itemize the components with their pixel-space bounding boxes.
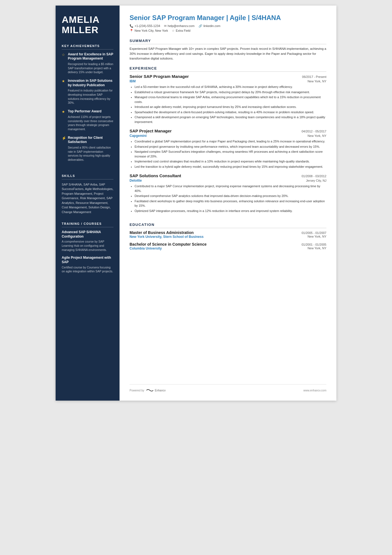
bullet-item: Established a robust governance framewor… (135, 90, 326, 95)
bullet-item: Spearheaded the development of a client-… (135, 110, 326, 115)
main-content: Senior SAP Program Manager | Agile | S/4… (120, 6, 336, 401)
skills-section: SKILLS SAP S/4HANA, SAP Ariba, SAP Succe… (62, 174, 113, 214)
phone-text: +1-(234)-555-1234 (135, 24, 160, 28)
main-header: Senior SAP Program Manager | Agile | S/4… (130, 14, 326, 34)
exp-dates: 01/2008 - 03/2012 (302, 174, 326, 178)
footer-left: Powered by Enhancv (130, 388, 166, 392)
edu-dates: 01/2001 - 01/2005 (302, 243, 326, 246)
exp-sub: Deloitte Jersey City, NJ (130, 179, 326, 182)
edu-sub: New York University, Stern School of Bus… (130, 235, 326, 239)
summary-text: Experienced SAP Program Manager with 10+… (130, 46, 326, 61)
achievement-desc: Featured in industry publication for dev… (62, 88, 113, 105)
experience-item: Senior SAP Program Manager 06/2017 - Pre… (130, 74, 326, 124)
exp-title: SAP Project Manager (130, 129, 172, 133)
experience-section: EXPERIENCE Senior SAP Program Manager 06… (130, 66, 326, 218)
location-contact: 📍 New York City, New York (130, 29, 168, 33)
achievement-header: ⚡ Recognition for Client Satisfaction (62, 136, 113, 144)
experience-item: SAP Project Manager 04/2012 - 05/2017 Ca… (130, 129, 326, 169)
exp-company: Deloitte (130, 179, 142, 182)
enhancv-logo-icon (146, 388, 154, 392)
link-icon: 🔗 (199, 24, 202, 28)
achievement-desc: Recognized for leading a $5 million SAP … (62, 62, 113, 74)
star-outline-icon: ☆ (172, 29, 175, 33)
training-title: TRAINING / COURSES (62, 222, 113, 227)
exp-company: Capgemini (130, 134, 147, 138)
exp-location: New York, NY (307, 80, 326, 83)
exp-title: Senior SAP Program Manager (130, 74, 189, 79)
training-item: Advanced SAP S/4HANA Configuration A com… (62, 230, 113, 252)
last-name: MILLER (62, 25, 113, 35)
training-course-desc: Certified course by Coursera focusing on… (62, 265, 113, 273)
extra-text: Extra Field (176, 29, 190, 32)
exp-bullets: Contributed to a major SAP Concur implem… (130, 184, 326, 213)
exp-location: New York, NY (307, 134, 326, 137)
first-name: AMELIA (62, 14, 113, 25)
star-filled-icon: ★ (62, 79, 66, 83)
achievement-title: Innovation in SAP Solutions by Industry … (68, 79, 113, 87)
bullet-item: Contributed to a major SAP Concur implem… (135, 184, 326, 193)
achievement-item: ★ Innovation in SAP Solutions by Industr… (62, 79, 113, 105)
bullet-item: Implemented cost control strategies that… (135, 159, 326, 164)
contact-line: 📞 +1-(234)-555-1234 ✉ help@enhancv.com 🔗… (130, 24, 326, 28)
star-outline-icon: ☆ (62, 53, 66, 57)
bullet-item: Navigated complex SAP SuccessFactors int… (135, 149, 326, 159)
summary-section-title: SUMMARY (130, 39, 326, 44)
star-filled-icon: ★ (62, 110, 66, 114)
skills-title: SKILLS (62, 174, 113, 179)
bullet-item: Coordinated a global SAP implementation … (135, 139, 326, 144)
achievements-title: KEY ACHIEVEMENTS (62, 44, 113, 50)
edu-degree: Bachelor of Science in Computer Science (130, 242, 207, 246)
edu-sub: Columbia University New York, NY (130, 246, 326, 250)
education-item: Bachelor of Science in Computer Science … (130, 242, 326, 250)
education-item: Master of Business Administration 01/200… (130, 230, 326, 239)
achievement-title: Recognition for Client Satisfaction (68, 136, 113, 144)
achievement-title: Award for Excellence in SAP Program Mana… (68, 52, 113, 61)
edu-location: New York, NY (307, 246, 326, 250)
sidebar: AMELIA MILLER KEY ACHIEVEMENTS ☆ Award f… (56, 6, 120, 401)
achievement-header: ★ Innovation in SAP Solutions by Industr… (62, 79, 113, 87)
achievement-header: ★ Top Performer Award (62, 109, 113, 114)
exp-dates: 04/2012 - 05/2017 (302, 130, 326, 133)
exp-header: Senior SAP Program Manager 06/2017 - Pre… (130, 74, 326, 79)
training-course-title: Agile Project Management with SAP (62, 256, 113, 264)
achievement-title: Top Performer Award (68, 109, 101, 114)
exp-bullets: Led a 50-member team in the successful r… (130, 85, 326, 124)
skills-text: SAP S/4HANA, SAP Ariba, SAP SuccessFacto… (62, 182, 113, 214)
bullet-item: Enhanced project governance by instituti… (135, 144, 326, 149)
exp-sub: IBM New York, NY (130, 79, 326, 83)
exp-header: SAP Solutions Consultant 01/2008 - 03/20… (130, 173, 326, 178)
achievement-header: ☆ Award for Excellence in SAP Program Ma… (62, 52, 113, 61)
footer-website: www.enhancv.com (303, 389, 326, 392)
exp-company: IBM (130, 79, 136, 83)
edu-header: Bachelor of Science in Computer Science … (130, 242, 326, 246)
linkedin-contact: 🔗 linkedin.com (199, 24, 220, 28)
training-section: TRAINING / COURSES Advanced SAP S/4HANA … (62, 222, 113, 277)
location-text: New York City, New York (135, 29, 168, 32)
education-section: EDUCATION Master of Business Administrat… (130, 223, 326, 254)
lightning-icon: ⚡ (62, 136, 66, 140)
achievement-desc: Secured a 95% client satisfaction rate i… (62, 145, 113, 162)
exp-dates: 06/2017 - Present (302, 75, 326, 78)
job-title: Senior SAP Program Manager | Agile | S/4… (130, 14, 326, 22)
phone-contact: 📞 +1-(234)-555-1234 (130, 24, 160, 28)
achievement-item: ⚡ Recognition for Client Satisfaction Se… (62, 136, 113, 162)
email-contact: ✉ help@enhancv.com (164, 24, 195, 28)
bullet-item: Developed comprehensive SAP analytics so… (135, 194, 326, 198)
training-item: Agile Project Management with SAP Certif… (62, 256, 113, 273)
training-course-desc: A comprehensive course by SAP Learning H… (62, 240, 113, 252)
contact-line-2: 📍 New York City, New York ☆ Extra Field (130, 29, 326, 33)
bullet-item: Managed cross-functional teams to integr… (135, 95, 326, 104)
bullet-item: Optimized SAP integration processes, res… (135, 209, 326, 213)
exp-title: SAP Solutions Consultant (130, 173, 181, 178)
achievement-desc: Achieved 110% of project targets consist… (62, 115, 113, 131)
exp-location: Jersey City, NJ (306, 179, 326, 182)
training-course-title: Advanced SAP S/4HANA Configuration (62, 230, 113, 239)
brand-name: Enhancv (155, 389, 166, 392)
exp-header: SAP Project Manager 04/2012 - 05/2017 (130, 129, 326, 133)
edu-school: New York University, Stern School of Bus… (130, 235, 204, 239)
brand-logo: Enhancv (146, 388, 166, 392)
email-text: help@enhancv.com (168, 24, 195, 28)
extra-contact: ☆ Extra Field (172, 29, 190, 33)
edu-location: New York, NY (307, 235, 326, 239)
exp-bullets: Coordinated a global SAP implementation … (130, 139, 326, 169)
